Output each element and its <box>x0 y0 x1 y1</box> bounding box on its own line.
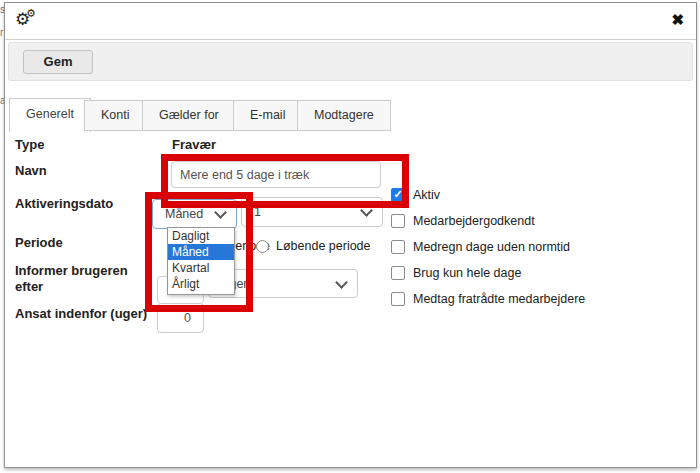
checkbox-label: Medtag fratrådte medarbejdere <box>413 292 585 306</box>
tab-konti[interactable]: Konti <box>84 100 147 131</box>
checkbox-row-aktiv[interactable]: Aktiv <box>391 187 440 202</box>
ansat-indenfor-input[interactable] <box>157 303 204 333</box>
checkbox-row-medtag-fratraadte[interactable]: Medtag fratrådte medarbejdere <box>391 291 585 306</box>
radio-label: Løbende periode <box>276 239 371 253</box>
checkbox-icon[interactable] <box>391 266 405 280</box>
type-label: Type <box>15 137 44 152</box>
dialog-titlebar: ⚙ ⚙ ✖ <box>5 3 696 40</box>
option-maaned[interactable]: Måned <box>168 244 234 260</box>
checkbox-icon[interactable] <box>391 214 405 228</box>
gears-icon: ⚙ ⚙ <box>15 8 45 34</box>
close-icon[interactable]: ✖ <box>671 11 684 29</box>
aktiveringsdato-label: Aktiveringsdato <box>15 196 113 211</box>
navn-input[interactable] <box>171 161 381 188</box>
periode-label: Periode <box>15 235 63 250</box>
checkbox-row-medregn-dage[interactable]: Medregn dage uden normtid <box>391 239 570 254</box>
type-value: Fravær <box>172 137 216 152</box>
gear-small-icon: ⚙ <box>26 8 36 19</box>
checkbox-icon[interactable] <box>391 240 405 254</box>
tab-email[interactable]: E-mail <box>233 100 302 131</box>
save-button[interactable]: Gem <box>23 50 93 74</box>
chevron-down-icon <box>335 276 348 289</box>
informer-label-line1: Informer brugeren <box>15 263 128 278</box>
interval-select-value: Måned <box>165 207 203 221</box>
tab-gaelder-for[interactable]: Gælder for <box>142 100 236 131</box>
ansat-indenfor-label: Ansat indenfor (uger) <box>15 306 147 321</box>
checkbox-row-brug-kun-hele-dage[interactable]: Brug kun hele dage <box>391 265 521 280</box>
settings-dialog: ⚙ ⚙ ✖ Gem Generelt Konti Gælder for E-ma… <box>4 2 697 468</box>
page-text-fragment: r <box>0 27 3 38</box>
checkbox-label: Medarbejdergodkendt <box>413 214 535 228</box>
informer-label-line2: efter <box>15 279 43 294</box>
interval-dropdown-list: Dagligt Måned Kvartal Årligt <box>167 227 235 295</box>
radio-loebende-periode[interactable]: Løbende periode <box>256 239 371 253</box>
checkbox-label: Aktiv <box>413 188 440 202</box>
checkbox-checked-icon[interactable] <box>391 188 405 202</box>
chevron-down-icon <box>360 204 373 217</box>
checkbox-label: Brug kun hele dage <box>413 266 521 280</box>
day-select[interactable]: 1 <box>241 197 383 227</box>
day-select-value: 1 <box>254 205 261 219</box>
radio-icon[interactable] <box>256 240 269 253</box>
checkbox-row-medarbejdergodkendt[interactable]: Medarbejdergodkendt <box>391 213 535 228</box>
dialog-toolbar: Gem <box>8 42 693 81</box>
checkbox-label: Medregn dage uden normtid <box>413 240 570 254</box>
option-kvartal[interactable]: Kvartal <box>168 260 234 276</box>
navn-label: Navn <box>15 163 47 178</box>
tab-modtagere[interactable]: Modtagere <box>297 100 391 131</box>
checkbox-icon[interactable] <box>391 292 405 306</box>
option-dagligt[interactable]: Dagligt <box>168 228 234 244</box>
tab-generelt[interactable]: Generelt <box>9 98 91 132</box>
option-aarligt[interactable]: Årligt <box>168 276 234 292</box>
chevron-down-icon <box>214 206 227 219</box>
interval-select[interactable]: Måned <box>152 199 237 229</box>
